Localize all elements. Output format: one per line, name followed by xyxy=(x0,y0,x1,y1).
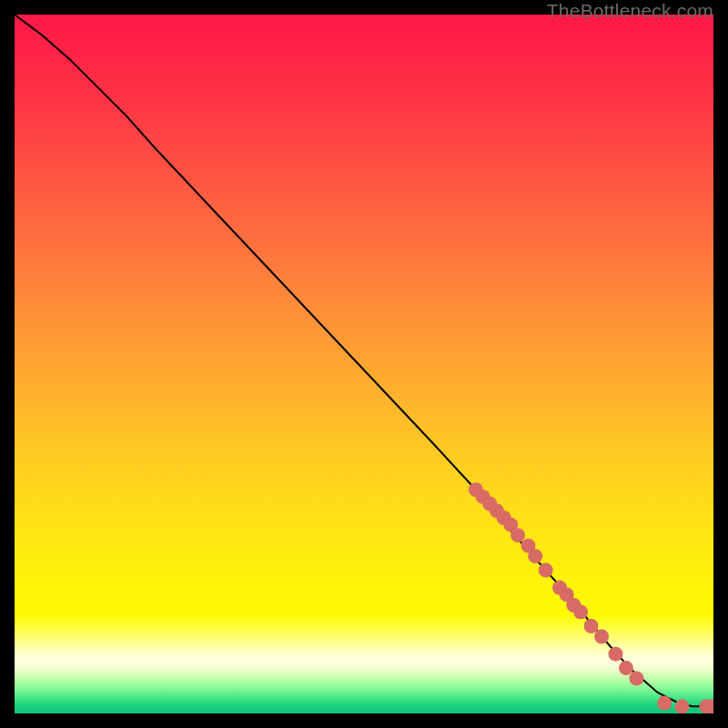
plot-area xyxy=(15,15,713,713)
watermark-text: TheBottleneck.com xyxy=(547,0,713,22)
scatter-dot xyxy=(584,619,599,633)
scatter-dot xyxy=(528,549,542,563)
scatter-dot xyxy=(573,605,588,620)
scatter-dot xyxy=(619,661,633,675)
scatter-dot xyxy=(674,699,689,713)
scatter-dot xyxy=(539,563,553,578)
scatter-dot xyxy=(609,647,623,662)
scatter-dot xyxy=(657,696,672,711)
chart-stage: TheBottleneck.com xyxy=(0,0,728,728)
scatter-dot xyxy=(594,630,609,644)
scatter-dot xyxy=(511,528,525,542)
scatter-dot xyxy=(630,672,644,686)
gradient-background xyxy=(15,15,713,713)
plot-svg xyxy=(15,15,713,713)
